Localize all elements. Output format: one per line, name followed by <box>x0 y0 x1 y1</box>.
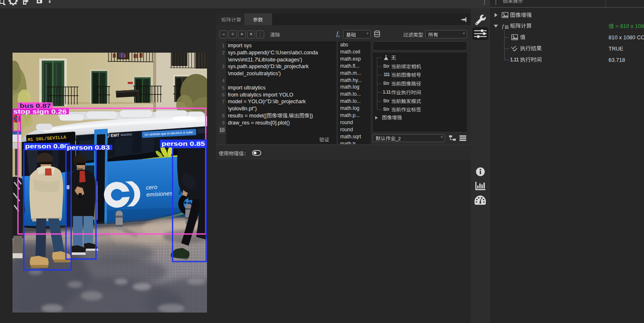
svg-text:stop sign 0.26: stop sign 0.26 <box>13 108 67 115</box>
svg-text:cero: cero <box>146 183 157 191</box>
svg-text:person 0.83: person 0.83 <box>67 144 110 151</box>
svg-text:emisiones: emisiones <box>146 190 173 198</box>
svg-text:person 0.85: person 0.85 <box>162 140 205 147</box>
svg-text:person 0.86: person 0.86 <box>25 142 68 150</box>
svg-text:MADRID: MADRID <box>121 133 132 136</box>
svg-text:EMT: EMT <box>111 133 120 138</box>
